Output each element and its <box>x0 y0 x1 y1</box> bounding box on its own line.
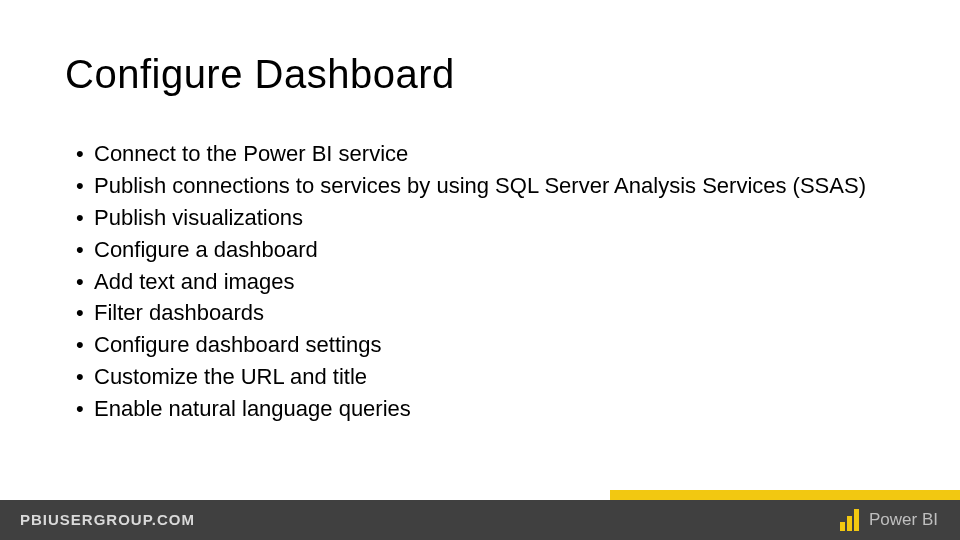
list-item: Filter dashboards <box>78 297 866 329</box>
footer-url: PBIUSERGROUP.COM <box>20 500 195 540</box>
list-item: Publish connections to services by using… <box>78 170 866 202</box>
svg-rect-2 <box>854 509 859 531</box>
footer: PBIUSERGROUP.COM Power BI <box>0 500 960 540</box>
slide: Configure Dashboard Connect to the Power… <box>0 0 960 540</box>
powerbi-logo: Power BI <box>839 506 938 534</box>
list-item: Configure a dashboard <box>78 234 866 266</box>
bullet-list: Connect to the Power BI service Publish … <box>78 138 866 425</box>
list-item: Publish visualizations <box>78 202 866 234</box>
list-item: Connect to the Power BI service <box>78 138 866 170</box>
accent-bar <box>610 490 960 500</box>
svg-rect-1 <box>847 516 852 531</box>
list-item: Customize the URL and title <box>78 361 866 393</box>
powerbi-icon <box>839 508 861 532</box>
powerbi-logo-text: Power BI <box>869 510 938 530</box>
list-item: Add text and images <box>78 266 866 298</box>
list-item: Enable natural language queries <box>78 393 866 425</box>
svg-rect-0 <box>840 522 845 531</box>
list-item: Configure dashboard settings <box>78 329 866 361</box>
slide-title: Configure Dashboard <box>65 52 455 97</box>
